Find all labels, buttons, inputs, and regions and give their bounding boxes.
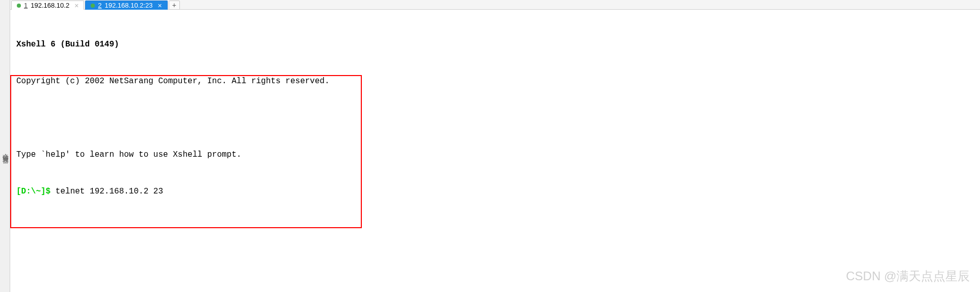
- session-manager-sidebar[interactable]: 会话管理器: [0, 0, 10, 292]
- tab-label: 192.168.10.2: [31, 2, 69, 9]
- banner-title: Xshell 6 (Build 0149): [16, 38, 974, 51]
- blank-line: [16, 259, 974, 271]
- close-icon[interactable]: ×: [158, 2, 162, 10]
- command-line: [D:\~]$ telnet 192.168.10.2 23: [16, 185, 974, 198]
- status-dot-icon: [91, 4, 95, 8]
- new-tab-button[interactable]: +: [169, 1, 180, 10]
- copyright-line: Copyright (c) 2002 NetSarang Computer, I…: [16, 75, 974, 87]
- tab-bar: 1 192.168.10.2 × 2 192.168.10.2:23 × +: [10, 0, 980, 10]
- blank-line: [16, 222, 974, 234]
- terminal-output[interactable]: Xshell 6 (Build 0149) Copyright (c) 2002…: [10, 10, 980, 292]
- tab-index: 2: [98, 2, 101, 9]
- tab-session-1[interactable]: 1 192.168.10.2 ×: [11, 1, 84, 10]
- status-dot-icon: [17, 4, 21, 8]
- local-prompt: [D:\~]$: [16, 187, 50, 196]
- sidebar-label: 会话管理器: [1, 149, 10, 154]
- close-icon[interactable]: ×: [74, 2, 78, 10]
- blank-line: [16, 112, 974, 124]
- help-hint: Type `help' to learn how to use Xshell p…: [16, 149, 974, 161]
- tab-session-2[interactable]: 2 192.168.10.2:23 ×: [85, 1, 167, 10]
- command-text: telnet 192.168.10.2 23: [50, 187, 163, 196]
- tab-label: 192.168.10.2:23: [105, 2, 153, 9]
- plus-icon: +: [172, 1, 176, 9]
- tab-index: 1: [24, 2, 28, 9]
